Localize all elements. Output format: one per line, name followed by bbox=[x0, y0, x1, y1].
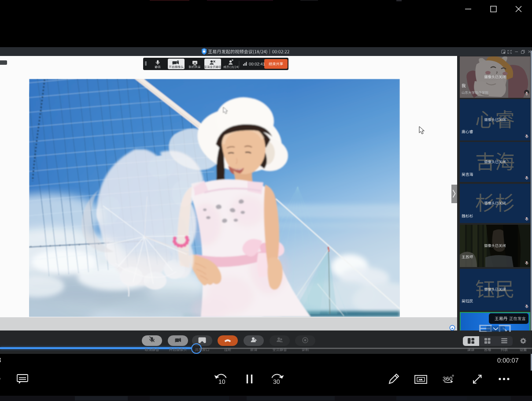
svg-text:360: 360 bbox=[443, 375, 453, 382]
